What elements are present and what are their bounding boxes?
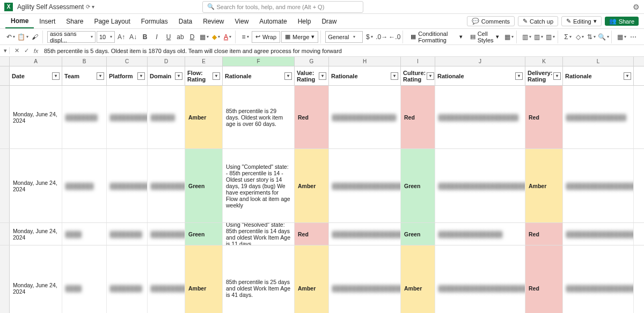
cell[interactable]: Amber	[295, 149, 329, 222]
cell[interactable]: ██████████	[148, 245, 185, 313]
cell[interactable]: ███████	[62, 149, 107, 222]
format-cells-button[interactable]: ▥	[545, 32, 555, 42]
cell[interactable]: Red	[525, 86, 563, 148]
filter-flow-rationale[interactable]: Rationale▾	[223, 66, 295, 85]
cell[interactable]: ████████████████	[329, 86, 401, 148]
cell[interactable]: Red	[525, 245, 563, 313]
cell[interactable]: ████████	[107, 245, 148, 313]
cell[interactable]: ███████████████	[563, 86, 634, 148]
tab-formulas[interactable]: Formulas	[136, 14, 173, 28]
filter-dropdown-icon[interactable]: ▾	[515, 72, 523, 80]
col-header-g[interactable]: G	[295, 57, 329, 66]
comments-button[interactable]: 💬Comments	[467, 16, 515, 26]
cell[interactable]: ████████████████████	[435, 86, 525, 148]
cell[interactable]: Monday, June 24, 2024	[10, 149, 62, 222]
cell[interactable]: ██████████████████████████████	[329, 245, 401, 313]
filter-platform[interactable]: Platform▾	[107, 66, 148, 85]
cell[interactable]: Red	[295, 86, 329, 148]
namebox-dropdown[interactable]: ▾	[3, 47, 10, 54]
cell[interactable]: Amber	[525, 149, 563, 222]
accept-formula-button[interactable]: ✓	[21, 47, 31, 54]
catchup-button[interactable]: ✎Catch up	[518, 16, 558, 26]
font-color-button[interactable]: A	[222, 32, 233, 42]
fx-button[interactable]: fx	[31, 48, 41, 54]
cell[interactable]: ██████	[148, 86, 185, 148]
tab-share[interactable]: Share	[61, 14, 89, 28]
format-painter-button[interactable]: 🖌	[30, 32, 40, 42]
cell[interactable]: Amber	[401, 245, 435, 313]
col-header-f[interactable]: F	[223, 57, 295, 66]
tab-view[interactable]: View	[230, 14, 254, 28]
cell[interactable]: ████	[62, 223, 107, 245]
filter-date[interactable]: Date▾	[10, 66, 62, 85]
cell[interactable]: ████████████████████████████	[563, 245, 634, 313]
col-header-h[interactable]: H	[329, 57, 401, 66]
increase-decimal-button[interactable]: .0→	[376, 32, 387, 42]
col-header-d[interactable]: D	[148, 57, 185, 66]
cell[interactable]: Green	[401, 149, 435, 222]
increase-font-button[interactable]: A↑	[116, 32, 127, 42]
cell[interactable]: Using "Completed" state: - 85th percenti…	[223, 149, 295, 222]
cell[interactable]: ██████████████████████	[329, 149, 401, 222]
filter-dropdown-icon[interactable]: ▾	[137, 72, 145, 80]
filter-dropdown-icon[interactable]: ▾	[391, 72, 398, 80]
merge-button[interactable]: ▦Merge ▾	[281, 31, 318, 43]
filter-dropdown-icon[interactable]: ▾	[284, 72, 292, 80]
col-header-i[interactable]: I	[401, 57, 435, 66]
col-header-b[interactable]: B	[62, 57, 107, 66]
wrap-button[interactable]: ↩Wrap	[252, 31, 280, 43]
cell[interactable]: Green	[185, 149, 223, 222]
tab-automate[interactable]: Automate	[254, 14, 292, 28]
tab-draw[interactable]: Draw	[316, 14, 342, 28]
decrease-decimal-button[interactable]: ←.0	[389, 32, 400, 42]
cell[interactable]: Amber	[295, 245, 329, 313]
cell[interactable]: ████	[62, 245, 107, 313]
tab-home[interactable]: Home	[5, 14, 34, 28]
cell[interactable]: ████████████████████████████	[435, 245, 525, 313]
filter-domain[interactable]: Domain▾	[148, 66, 185, 85]
tab-data[interactable]: Data	[173, 14, 197, 28]
font-size-select[interactable]: 10	[97, 31, 115, 43]
cell[interactable]: Green	[401, 223, 435, 245]
filter-dropdown-icon[interactable]: ▾	[427, 72, 434, 80]
cell[interactable]: ████████	[107, 223, 148, 245]
cell[interactable]: Amber	[185, 245, 223, 313]
tab-insert[interactable]: Insert	[34, 14, 61, 28]
filter-value-rating[interactable]: Value: Rating▾	[295, 66, 329, 85]
cell[interactable]: Red	[525, 223, 563, 245]
currency-button[interactable]: $	[364, 32, 375, 42]
delete-cells-button[interactable]: ▥	[533, 32, 544, 42]
fill-color-button[interactable]: ◆	[210, 32, 221, 42]
filter-flow-rating[interactable]: Flow: Rating▾	[185, 66, 223, 85]
cell[interactable]: Monday, June 24, 2024	[10, 86, 62, 148]
format-table-button[interactable]: ▦	[503, 32, 514, 42]
cell[interactable]: ████████	[62, 86, 107, 148]
filter-culture-rationale[interactable]: Rationale▾	[435, 66, 525, 85]
strikethrough-button[interactable]: ab	[175, 32, 186, 42]
filter-delivery-rating[interactable]: Delivery: Rating▾	[525, 66, 563, 85]
cell[interactable]: Red	[401, 86, 435, 148]
cell[interactable]: ██████████████████████	[563, 223, 634, 245]
decrease-font-button[interactable]: A↓	[128, 32, 138, 42]
filter-dropdown-icon[interactable]: ▾	[319, 72, 326, 80]
insert-cells-button[interactable]: ▥	[521, 32, 532, 42]
col-header-c[interactable]: C	[107, 57, 148, 66]
cell[interactable]: ████████████████████████	[563, 149, 634, 222]
col-header-l[interactable]: L	[563, 57, 634, 66]
share-button[interactable]: 👥Share	[605, 17, 639, 26]
italic-button[interactable]: I	[151, 32, 162, 42]
cell[interactable]: 85th percentile is 25 days and oldest Wo…	[223, 245, 295, 313]
clear-button[interactable]: ◇	[574, 32, 585, 42]
tab-page-layout[interactable]: Page Layout	[89, 14, 135, 28]
editing-button[interactable]: ✎Editing ▾	[561, 16, 602, 26]
paste-button[interactable]: 📋	[17, 32, 28, 42]
align-button[interactable]: ≡	[240, 32, 251, 42]
cell[interactable]: Monday, June 24, 2024	[10, 223, 62, 245]
cell-styles-button[interactable]: ▤Cell Styles ▾	[467, 31, 502, 43]
cell[interactable]: Monday, June 24, 2024	[10, 245, 62, 313]
filter-dropdown-icon[interactable]: ▾	[52, 72, 60, 80]
cell[interactable]: ███████████	[107, 86, 148, 148]
tab-help[interactable]: Help	[292, 14, 317, 28]
find-button[interactable]: 🔍	[598, 32, 609, 42]
conditional-formatting-button[interactable]: ▦Conditional Formatting ▾	[407, 31, 465, 43]
